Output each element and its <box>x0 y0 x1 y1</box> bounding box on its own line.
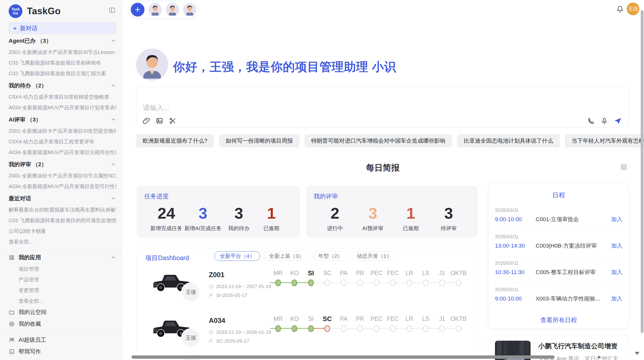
sidebar-task-item[interactable]: C0X4-动力总成开发项目SI里程碑提交物检查 <box>9 92 116 102</box>
milestone-dot[interactable] <box>456 325 461 332</box>
recent-chat-item[interactable]: C02-飞腾新能源轻客改款项目的闭环通告反馈情况 <box>9 215 116 226</box>
section-header[interactable]: AI评审 （3） <box>9 114 116 126</box>
vertical-scrollbar[interactable] <box>641 10 643 333</box>
milestone-dot[interactable] <box>324 279 330 286</box>
send-icon[interactable] <box>614 117 622 125</box>
project-row[interactable]: 王强 Z001 2023-12-19 ~ 2027-01-19 SI-2025-… <box>137 266 477 311</box>
milestone-dot[interactable] <box>357 279 363 286</box>
app-item[interactable]: 变更管理 <box>9 285 116 296</box>
sidebar-task-item[interactable]: A034-全新新能源MUV产品开发项目造型可行性评审 <box>9 181 116 192</box>
milestone-dot[interactable] <box>341 279 347 286</box>
section-header[interactable]: 我的待办 （2） <box>9 80 116 92</box>
dashboard-tab[interactable]: 全新平台（4） <box>214 251 260 261</box>
milestone-dot[interactable] <box>308 325 314 332</box>
dashboard-tab[interactable]: 动总开发（1） <box>352 251 397 261</box>
join-link[interactable]: 加入 <box>611 295 622 303</box>
scissors-icon[interactable] <box>169 117 177 125</box>
sidebar-task-item[interactable]: C02-飞腾新能源轻客改款项目立项汇报方案 <box>9 68 116 79</box>
milestone-dot[interactable] <box>341 325 347 332</box>
sidebar-item-cloud-space[interactable]: 我的云空间 <box>9 306 116 318</box>
section-header[interactable]: 我的评审 （2） <box>9 159 116 170</box>
milestone-dot[interactable] <box>390 325 396 332</box>
suggestion-chip[interactable]: 欧洲新规最近颁布了什么? <box>136 134 214 147</box>
apps-view-all[interactable]: 查看全部... <box>9 296 116 306</box>
suggestion-chip[interactable]: 如何写一份清晰的项目周报 <box>219 134 299 147</box>
schedule-event[interactable]: 2025/03/1113:00-14:30C003|H0B-方案冻结评审加入 <box>495 230 622 257</box>
milestone-dot[interactable] <box>423 325 429 332</box>
recent-view-all[interactable]: 查看全部... <box>9 236 116 247</box>
sidebar-task-item[interactable]: Z001-全新燃油轻卡产品开发项目SI造型提交物评审 <box>9 126 116 136</box>
image-icon[interactable] <box>156 117 163 125</box>
milestone-dot[interactable] <box>275 325 281 332</box>
suggestion-chip[interactable]: 比亚迪全固态电池计划具体说了什么 <box>457 134 560 147</box>
agent-avatar[interactable] <box>166 3 179 16</box>
milestone-dot[interactable] <box>390 279 396 286</box>
milestone-dot[interactable] <box>357 325 363 332</box>
recent-chat-item[interactable]: 公司Q3轻卡销量 <box>9 226 116 236</box>
join-link[interactable]: 加入 <box>611 216 622 223</box>
notification-bell-icon[interactable] <box>616 5 624 13</box>
new-chat-button[interactable]: + 新对话 <box>9 22 116 34</box>
attachment-icon[interactable] <box>142 117 150 125</box>
sidebar-task-item[interactable]: Z001-全新燃油轻卡产品开发项目SI节点属性5D文件评审 <box>9 170 116 181</box>
recent-chats-header[interactable]: 最近对话 <box>9 193 116 204</box>
agent-avatar[interactable] <box>149 3 162 16</box>
milestone-dot[interactable] <box>456 279 461 286</box>
layout-grid-icon[interactable] <box>620 163 628 171</box>
join-link[interactable]: 加入 <box>611 242 622 250</box>
join-link[interactable]: 加入 <box>611 268 622 276</box>
app-item[interactable]: 产品管理 <box>9 274 116 285</box>
phone-icon[interactable] <box>587 117 595 125</box>
view-all-schedule-link[interactable]: 查看所有日程 <box>495 316 622 324</box>
app-item[interactable]: 项目管理 <box>9 264 116 274</box>
dashboard-title: 项目Dashboard <box>145 254 189 262</box>
sidebar-task-item[interactable]: C0X4-动力总成开发项目工程变更评审 <box>9 136 116 147</box>
dashboard-tab[interactable]: 年型（2） <box>313 251 348 261</box>
sidebar-task-item[interactable]: Z001-全新燃油皮卡产品开发项目SI节点Lesson Learn报告 <box>9 47 116 57</box>
project-dates: 2023-12-19 ~ 2027-01-19 <box>216 284 271 289</box>
milestone-dot[interactable] <box>291 325 297 332</box>
milestone-dot[interactable] <box>374 279 379 286</box>
sidebar-item-help-me-write[interactable]: 帮我写作 <box>9 346 116 357</box>
plus-icon: + <box>13 25 17 32</box>
message-composer[interactable]: 请输入... <box>136 87 629 128</box>
milestone-dot[interactable] <box>308 279 314 286</box>
agent-avatar[interactable] <box>183 3 196 16</box>
project-row[interactable]: 王强 A034 2023-12-19 ~ 2026-01-19 SC-2025-… <box>137 312 477 357</box>
dashboard-tab[interactable]: 全新上装（3） <box>264 251 310 261</box>
milestone-dot[interactable] <box>324 325 330 332</box>
milestone-dot[interactable] <box>406 325 412 332</box>
microphone-icon[interactable] <box>601 117 608 125</box>
sidebar-item-creative-drawing[interactable]: 创意制图 <box>9 357 116 360</box>
scroll-right-arrow[interactable] <box>598 355 601 359</box>
task-progress-card: 任务进度 24新增完成任务3新增AI完成任务3我的待办1已逾期 <box>137 186 300 238</box>
sidebar-item-favorites[interactable]: 我的收藏 <box>9 318 116 330</box>
milestone-label: OKTB <box>450 314 467 323</box>
schedule-event[interactable]: 2025/03/119:00-10:00C001-立项审批会加入 <box>495 204 622 230</box>
sidebar-task-item[interactable]: A034-全新新能源MUV产品开发项目计划变更表编写 <box>9 102 116 113</box>
horizontal-scrollbar[interactable] <box>131 355 554 359</box>
user-avatar[interactable]: 王强 <box>627 3 639 15</box>
milestone-dot[interactable] <box>423 279 429 286</box>
suggestion-chip[interactable]: 当下年轻人对汽车外观有怎样的喜好趋势 <box>565 134 644 147</box>
scroll-down-arrow[interactable] <box>635 352 639 355</box>
milestone-dot[interactable] <box>374 325 379 332</box>
sidebar-item-my-apps[interactable]: 我的应用 <box>9 251 116 264</box>
sidebar-task-item[interactable]: C02-飞腾新能源轻客改款项目里程碑画布 <box>9 57 116 68</box>
milestone-dot[interactable] <box>439 325 445 332</box>
add-agent-button[interactable]: + <box>131 3 144 17</box>
milestone-dot[interactable] <box>291 279 297 286</box>
project-code: A034 <box>209 317 225 325</box>
sidebar-item-ai-super-staff[interactable]: AI超级员工 <box>9 334 116 346</box>
collapse-sidebar-icon[interactable] <box>109 7 116 14</box>
milestone-dot[interactable] <box>439 279 445 286</box>
sidebar-task-item[interactable]: A034-全新新能源MUV产品开发项目法规符合性评审 <box>9 147 116 158</box>
milestone-dot[interactable] <box>406 279 412 286</box>
milestone-dot[interactable] <box>275 279 281 286</box>
schedule-event[interactable]: 2025/03/119:00-10:00X003-车辆动力学性能验...加入 <box>495 283 622 309</box>
section-header[interactable]: Agent已办 （3） <box>9 35 116 47</box>
milestone-label: MR <box>270 268 286 278</box>
suggestion-chip[interactable]: 特朗普可能对进口汽车增税会对中国车企造成哪些影响 <box>304 134 452 147</box>
recent-chat-item[interactable]: 解释最新出台的欧盟报废车法规再生塑料比例被调至15%... <box>9 204 116 215</box>
schedule-event[interactable]: 2025/03/1110:30-11:30C005-整车工程目标评审加入 <box>495 257 622 283</box>
